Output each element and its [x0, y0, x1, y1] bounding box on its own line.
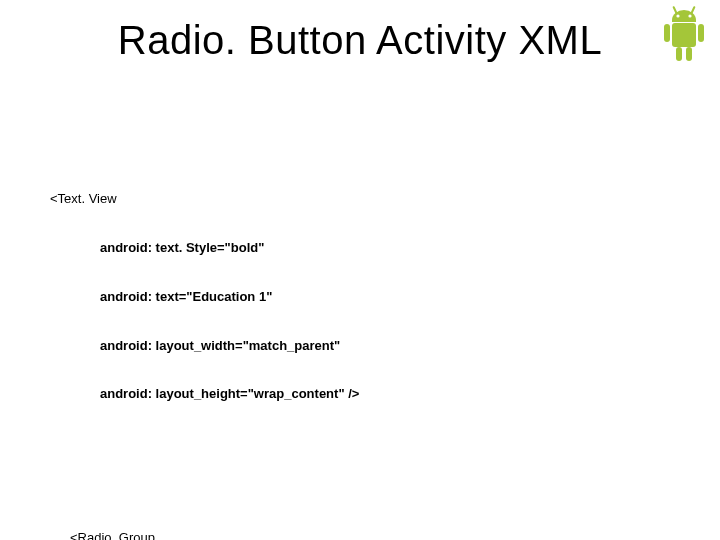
svg-rect-7 — [676, 47, 682, 61]
svg-rect-5 — [664, 24, 670, 42]
svg-rect-1 — [690, 6, 695, 14]
svg-point-3 — [688, 14, 691, 17]
code-line: android: layout_height="wrap_content" /> — [50, 386, 376, 402]
svg-rect-4 — [672, 23, 696, 47]
svg-rect-8 — [686, 47, 692, 61]
svg-rect-0 — [672, 6, 677, 14]
svg-rect-6 — [698, 24, 704, 42]
android-icon — [656, 6, 712, 70]
code-line: android: text. Style="bold" — [50, 240, 376, 256]
code-line: <Radio. Group — [70, 530, 376, 540]
page-title: Radio. Button Activity XML — [0, 18, 720, 63]
radiogroup-open-block: <Radio. Group android: id="@+id/groupedu… — [50, 498, 376, 540]
slide: Radio. Button Activity XML — [0, 0, 720, 540]
textview-block: <Text. View android: text. Style="bold" … — [50, 159, 376, 435]
code-line: android: layout_width="match_parent" — [50, 338, 376, 354]
svg-point-2 — [676, 14, 679, 17]
code-line: android: text="Education 1" — [50, 289, 376, 305]
code-line: <Text. View — [50, 191, 376, 207]
code-block: <Text. View android: text. Style="bold" … — [50, 110, 376, 540]
